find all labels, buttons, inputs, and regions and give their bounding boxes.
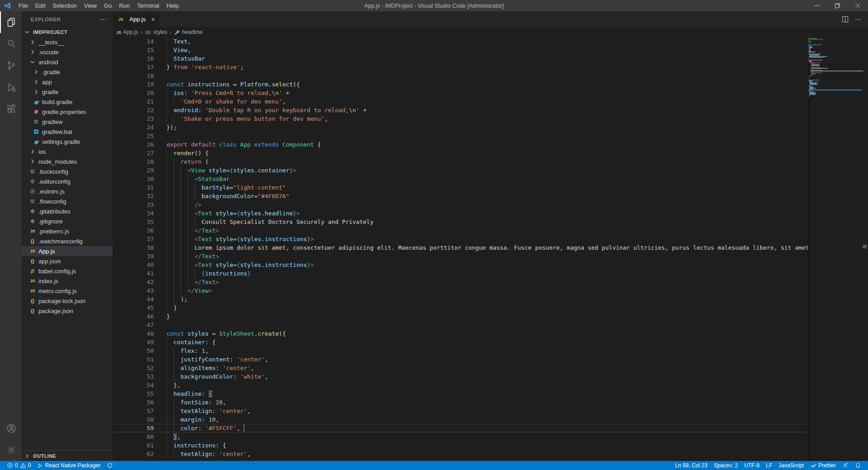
code-line-33[interactable]: 33 /> <box>113 200 808 209</box>
code-line-40[interactable]: 40 <Text style={styles.instructions}> <box>113 261 808 269</box>
menu-file[interactable]: File <box>15 0 32 11</box>
menu-help[interactable]: Help <box>163 0 182 11</box>
code-line-37[interactable]: 37 <Text style={styles.instructions}> <box>113 235 808 243</box>
menu-terminal[interactable]: Terminal <box>133 0 163 11</box>
file-item-node-modules[interactable]: node_modules <box>22 157 113 166</box>
explorer-actions-button[interactable]: ⋯ <box>100 15 107 24</box>
code-line-25[interactable]: 25 <box>113 132 808 140</box>
code-line-56[interactable]: 56 fontSize: 20, <box>113 398 808 407</box>
code-line-23[interactable]: 23 'Shake or press menu button for dev m… <box>113 114 808 123</box>
file-item-package-lock-json[interactable]: {}package-lock.json <box>22 296 113 306</box>
status-react-native-packager[interactable]: React Native Packager <box>34 461 104 470</box>
code-line-15[interactable]: 15 View, <box>113 46 808 54</box>
file-item-metro-config-js[interactable]: JSmetro.config.js <box>22 286 113 296</box>
code-line-22[interactable]: 22 android: 'Double tap R on your keyboa… <box>113 106 808 114</box>
file-item-build-gradle[interactable]: build.gradle <box>22 97 113 107</box>
code-line-36[interactable]: 36 </Text> <box>113 226 808 235</box>
file-item--vscode[interactable]: .vscode <box>22 47 113 57</box>
code-line-41[interactable]: 41 {instructions} <box>113 269 808 278</box>
code-line-47[interactable]: 47 <box>113 321 808 329</box>
code-line-27[interactable]: 27 render() { <box>113 149 808 157</box>
file-item-settings-gradle[interactable]: settings.gradle <box>22 137 113 147</box>
file-item-app[interactable]: app <box>22 77 113 87</box>
code-line-52[interactable]: 52 alignItems: 'center', <box>113 364 808 372</box>
menu-selection[interactable]: Selection <box>49 0 80 11</box>
status-formatter[interactable]: Prettier <box>807 461 839 470</box>
status-indentation[interactable]: Spaces: 2 <box>711 461 741 470</box>
tab-close-icon[interactable]: × <box>151 16 155 23</box>
file-item-gradlew[interactable]: gradlew <box>22 117 113 127</box>
code-line-28[interactable]: 28 return ( <box>113 157 808 166</box>
run-debug-icon[interactable] <box>0 76 22 98</box>
minimize-button[interactable] <box>807 0 827 11</box>
minimap[interactable] <box>808 37 862 461</box>
code-line-42[interactable]: 42 </Text> <box>113 278 808 286</box>
code-line-16[interactable]: 16 StatusBar <box>113 54 808 63</box>
restore-button[interactable] <box>827 0 848 11</box>
code-line-19[interactable]: 19const instructions = Platform.select({ <box>113 80 808 89</box>
code-line-17[interactable]: 17} from 'react-native'; <box>113 63 808 71</box>
file-item--watchmanconfig[interactable]: {}.watchmanconfig <box>22 236 113 246</box>
file-item--flowconfig[interactable]: .flowconfig <box>22 196 113 206</box>
file-item--buckconfig[interactable]: .buckconfig <box>22 166 113 176</box>
status-language-mode[interactable]: JavaScript <box>775 461 807 470</box>
file-item-babel-config-js[interactable]: βbabel.config.js <box>22 266 113 276</box>
file-item--tests-[interactable]: __tests__ <box>22 37 113 47</box>
file-item-package-json[interactable]: {}package.json <box>22 306 113 316</box>
status-cursor-position[interactable]: Ln 59, Col 23 <box>672 461 711 470</box>
menu-edit[interactable]: Edit <box>32 0 49 11</box>
code-line-54[interactable]: 54 }, <box>113 381 808 389</box>
code-line-59[interactable]: 59 color: '#F5FCFF', <box>113 424 808 432</box>
file-item-app-js[interactable]: JSApp.js <box>22 246 113 256</box>
settings-gear-icon[interactable] <box>0 439 22 461</box>
code-line-61[interactable]: 61 instructions: { <box>113 441 808 450</box>
code-line-35[interactable]: 35 Consult Specialist Doctors Securely a… <box>113 218 808 226</box>
file-item-android[interactable]: android <box>22 57 113 67</box>
explorer-icon[interactable] <box>0 11 22 33</box>
tab-appjs[interactable]: JS App.js × <box>113 11 159 27</box>
more-actions-icon[interactable]: ⋯ <box>855 15 862 24</box>
file-item-gradle[interactable]: gradle <box>22 87 113 97</box>
file-item--gitignore[interactable]: .gitignore <box>22 216 113 226</box>
code-line-60[interactable]: 60 }, <box>113 432 808 441</box>
status-feedback[interactable] <box>839 461 852 470</box>
status-notifications[interactable] <box>852 461 864 470</box>
status-problems[interactable]: 00 <box>4 461 34 470</box>
file-item-app-json[interactable]: {}app.json <box>22 256 113 266</box>
code-line-55[interactable]: 55 headline: { <box>113 389 808 398</box>
menu-view[interactable]: View <box>81 0 100 11</box>
code-line-38[interactable]: 38 Lorem ipsum dolor sit amet, consectet… <box>113 243 808 252</box>
file-item-gradle-properties[interactable]: gradle.properties <box>22 107 113 117</box>
file-item--eslintrc-js[interactable]: .eslintrc.js <box>22 186 113 196</box>
code-line-58[interactable]: 58 margin: 10, <box>113 415 808 424</box>
code-line-30[interactable]: 30 <StatusBar <box>113 175 808 183</box>
code-line-32[interactable]: 32 backgroundColor="#4F6D7A" <box>113 192 808 200</box>
project-section-header[interactable]: IMDPROJECT <box>22 27 113 37</box>
code-line-57[interactable]: 57 textAlign: 'center', <box>113 407 808 415</box>
code-line-62[interactable]: 62 textAlign: 'center', <box>113 450 808 458</box>
code-line-14[interactable]: 14 Text, <box>113 37 808 46</box>
code-line-50[interactable]: 50 flex: 1, <box>113 347 808 355</box>
breadcrumb-item-headline[interactable]: headline <box>174 29 202 35</box>
status-eol[interactable]: LF <box>763 461 775 470</box>
menu-go[interactable]: Go <box>100 0 115 11</box>
file-item-gradlew-bat[interactable]: gradlew.bat <box>22 127 113 137</box>
code-line-45[interactable]: 45 } <box>113 304 808 312</box>
file-item--prettierrc-js[interactable]: JS.prettierrc.js <box>22 226 113 236</box>
code-line-21[interactable]: 21 'Cmd+D or shake for dev menu', <box>113 97 808 106</box>
code-line-31[interactable]: 31 barStyle="light-content" <box>113 183 808 192</box>
breadcrumb-item-app-js[interactable]: JSApp.js <box>116 29 138 35</box>
file-item--gitattributes[interactable]: .gitattributes <box>22 206 113 216</box>
code-line-26[interactable]: 26export default class App extends Compo… <box>113 140 808 149</box>
status-encoding[interactable]: UTF-8 <box>741 461 763 470</box>
code-line-49[interactable]: 49 container: { <box>113 338 808 347</box>
file-item--editorconfig[interactable]: .editorconfig <box>22 176 113 186</box>
code-line-39[interactable]: 39 </Text> <box>113 252 808 261</box>
code-line-48[interactable]: 48const styles = StyleSheet.create({ <box>113 329 808 338</box>
scrollbar[interactable] <box>862 11 868 461</box>
code-line-44[interactable]: 44 ); <box>113 295 808 304</box>
code-line-29[interactable]: 29 <View style={styles.container}> <box>113 166 808 175</box>
status-sync-button[interactable] <box>104 461 116 470</box>
breadcrumb-item-styles[interactable]: styles <box>145 29 167 36</box>
code-line-24[interactable]: 24}); <box>113 123 808 132</box>
